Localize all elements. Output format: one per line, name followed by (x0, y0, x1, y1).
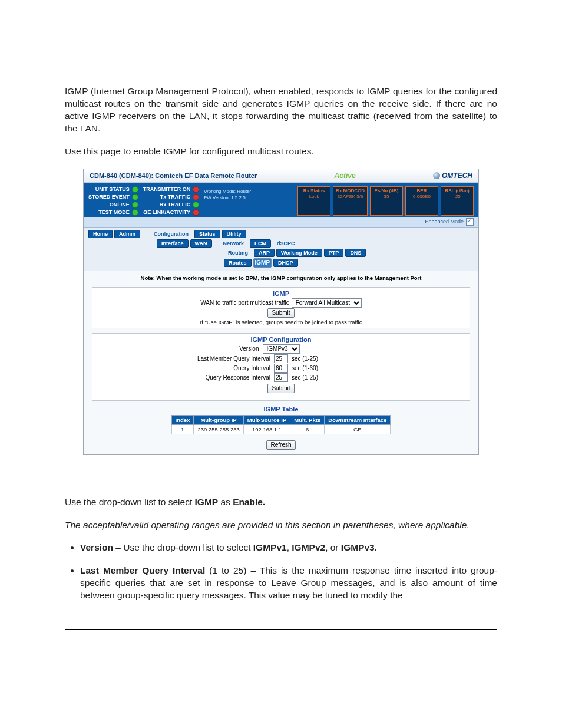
rx-status-value: Lock (300, 194, 328, 200)
intro-paragraph-1: IGMP (Internet Group Management Protocol… (65, 85, 497, 135)
th-downstream-if: Downstream Interface (325, 415, 391, 424)
router-screenshot: CDM-840 (CDM-840): Comtech EF Data Remot… (83, 169, 479, 455)
fw-version-text: FW Version: 1.5.2.5 (204, 195, 251, 200)
last-member-query-input[interactable] (274, 354, 288, 363)
rsl-header: RSL (dBm) (444, 188, 471, 194)
led-icon (132, 194, 138, 200)
ge-link-label: GE LINK/ACTIVITY (143, 209, 190, 215)
bullet-last-member-query: Last Member Query Interval (1 to 25) – T… (80, 565, 497, 602)
refresh-button[interactable]: Refresh (266, 440, 295, 450)
ber-header: BER (408, 188, 435, 194)
rx-modcod-value: 32APSK 5/6 (336, 194, 365, 200)
tx-traffic-label: Tx TRAFFIC (160, 194, 191, 200)
igmp-submit-button[interactable]: Submit (267, 308, 294, 318)
wan-multicast-select[interactable]: Forward All Multicast (292, 298, 362, 308)
tab-routes[interactable]: Routes (224, 259, 252, 267)
range-note: The acceptable/valid operating ranges ar… (65, 519, 497, 532)
wan-multicast-label: WAN to traffic port multicast traffic (200, 299, 289, 306)
stored-event-label: STORED EVENT (88, 194, 130, 200)
version-select[interactable]: IGMPv3 (263, 344, 300, 354)
device-title: CDM-840 (CDM-840): Comtech EF Data Remot… (90, 172, 257, 179)
igmp-config-submit-button[interactable]: Submit (267, 384, 294, 393)
led-icon (193, 202, 199, 208)
tab-dns[interactable]: DNS (345, 249, 366, 257)
igmp-config-title: IGMP Configuration (97, 336, 465, 343)
rx-traffic-label: Rx TRAFFIC (160, 202, 191, 207)
tab-ptp[interactable]: PTP (324, 249, 344, 257)
query-interval-range: sec (1-60) (292, 365, 465, 371)
led-icon (132, 209, 138, 216)
th-mult-source-ip: Mult-Source IP (243, 415, 290, 424)
th-index: Index (171, 415, 194, 424)
igmp-table: Index Mult-group IP Mult-Source IP Mult.… (171, 415, 391, 434)
bpm-note: Note: When the working mode is set to BP… (84, 271, 478, 285)
footer-rule (65, 629, 497, 630)
tab-ecm[interactable]: ECM (250, 239, 271, 248)
unit-status-label: UNIT STATUS (95, 186, 130, 192)
led-icon (132, 202, 138, 208)
tab-arp[interactable]: ARP (254, 249, 275, 257)
rx-modcod-header: Rx MODCOD (336, 188, 365, 194)
brand-logo: OMTECH (433, 172, 472, 180)
led-icon (193, 194, 199, 200)
th-mult-group-ip: Mult-group IP (194, 415, 243, 424)
test-mode-label: TEST MODE (98, 209, 130, 215)
igmp-panel-title: IGMP (97, 290, 465, 297)
query-interval-label: Query Interval (97, 365, 270, 371)
enhanced-mode-checkbox[interactable] (466, 218, 474, 226)
last-member-query-range: sec (1-25) (292, 355, 465, 362)
query-response-range: sec (1-25) (292, 374, 465, 381)
tab-admin[interactable]: Admin (114, 230, 140, 238)
esno-value: 35 (373, 194, 400, 200)
instruction-igmp-enable: Use the drop-down list to select IGMP as… (65, 496, 497, 509)
tab-configuration[interactable]: Configuration (150, 230, 193, 238)
rx-status-header: Rx Status (300, 188, 328, 194)
igmp-table-title: IGMP Table (84, 406, 478, 413)
tab-network[interactable]: Network (219, 240, 249, 247)
esno-header: Es/No (dB) (373, 188, 400, 194)
tab-home[interactable]: Home (88, 230, 113, 238)
table-row: 1 239.255.255.253 192.168.1.1 6 GE (171, 424, 391, 434)
tab-wan[interactable]: WAN (190, 239, 212, 248)
online-label: ONLINE (110, 202, 130, 207)
ber-value: 0.000E0 (408, 194, 435, 200)
query-interval-input[interactable] (274, 364, 288, 373)
led-icon (193, 186, 199, 193)
tab-interface[interactable]: Interface (157, 239, 189, 248)
led-icon (193, 209, 199, 216)
tab-igmp[interactable]: IGMP (253, 258, 272, 268)
rsl-value: -25 (444, 194, 471, 200)
tab-utility[interactable]: Utility (222, 230, 246, 238)
query-response-input[interactable] (274, 373, 288, 382)
version-label: Version (97, 345, 259, 352)
last-member-query-label: Last Member Query Interval (97, 355, 270, 362)
th-mult-pkts: Mult. Pkts (290, 415, 325, 424)
led-icon (132, 186, 138, 193)
tab-dscpc[interactable]: dSCPC (273, 240, 299, 247)
tab-working-mode[interactable]: Working Mode (276, 249, 322, 257)
bullet-version: Version – Use the drop-down list to sele… (80, 542, 497, 554)
igmp-hint-text: If "Use IGMP" is selected, groups need t… (97, 319, 465, 325)
working-mode-text: Working Mode: Router (204, 189, 251, 194)
tab-routing[interactable]: Routing (224, 249, 252, 256)
globe-icon (433, 172, 440, 179)
enhanced-mode-label: Enhanced Mode (425, 219, 464, 225)
query-response-label: Query Response Interval (97, 374, 270, 381)
transmitter-on-label: TRANSMITTER ON (143, 186, 191, 192)
intro-paragraph-2: Use this page to enable IGMP for configu… (65, 146, 497, 158)
tab-dhcp[interactable]: DHCP (273, 259, 298, 267)
status-active: Active (335, 172, 356, 180)
tab-status[interactable]: Status (194, 230, 220, 238)
